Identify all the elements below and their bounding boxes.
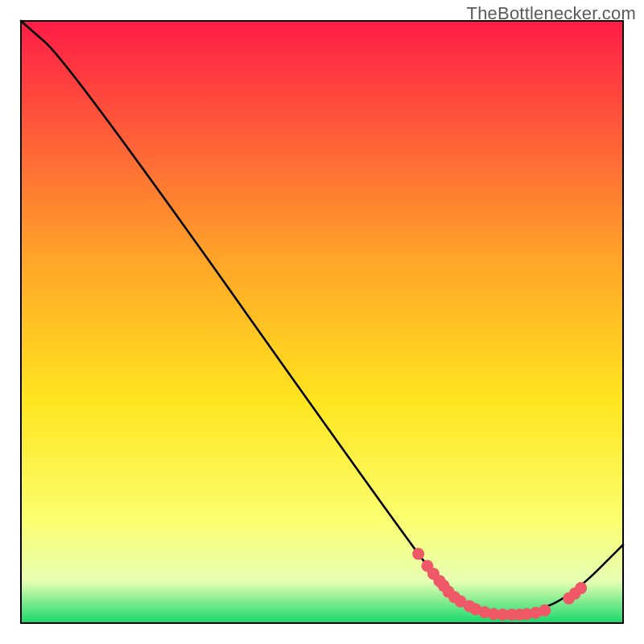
svg-point-1 — [412, 547, 424, 559]
bottleneck-chart — [0, 0, 644, 644]
svg-rect-0 — [21, 21, 623, 623]
chart-frame: TheBottlenecker.com — [0, 0, 644, 644]
svg-point-18 — [539, 605, 551, 617]
svg-point-21 — [575, 582, 587, 594]
